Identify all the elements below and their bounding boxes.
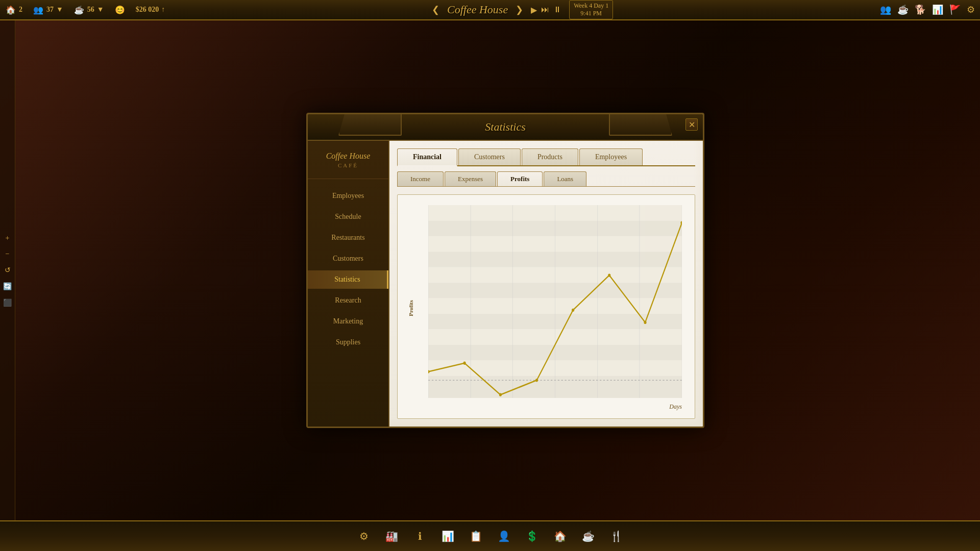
chart-svg-area: $100 $90 $80 $70 $60 $50 $40 $30 $20 $10 [428, 205, 682, 398]
right-content: Financial Customers Products Employees I… [389, 141, 703, 427]
tab-customers[interactable]: Customers [458, 148, 521, 165]
nav-schedule[interactable]: Schedule [308, 208, 388, 226]
sub-tab-profits[interactable]: Profits [497, 171, 543, 186]
tab-products[interactable]: Products [522, 148, 578, 165]
dialog-titlebar: Statistics ✕ [308, 114, 703, 141]
statistics-dialog: Statistics ✕ Coffee House CAFÉ Employees… [306, 113, 704, 428]
dialog-title: Statistics [485, 120, 525, 134]
tab-employees[interactable]: Employees [579, 148, 643, 165]
svg-point-42 [499, 393, 502, 396]
sub-tab-income[interactable]: Income [397, 171, 444, 186]
nav-research[interactable]: Research [308, 291, 388, 310]
nav-marketing[interactable]: Marketing [308, 312, 388, 331]
cafe-logo-name: Coffee House [313, 151, 383, 161]
main-tabs: Financial Customers Products Employees [397, 148, 695, 166]
tab-financial[interactable]: Financial [397, 148, 457, 166]
x-axis-label: Days [669, 403, 682, 411]
sub-tab-expenses[interactable]: Expenses [445, 171, 496, 186]
sub-tabs: Income Expenses Profits Loans [397, 171, 695, 187]
nav-customers[interactable]: Customers [308, 249, 388, 268]
dialog-close-button[interactable]: ✕ [685, 118, 698, 131]
dialog-overlay: Statistics ✕ Coffee House CAFÉ Employees… [0, 0, 980, 551]
chart-container: Profits [397, 194, 695, 419]
nav-statistics[interactable]: Statistics [308, 270, 388, 289]
svg-point-43 [535, 379, 538, 382]
nav-restaurants[interactable]: Restaurants [308, 229, 388, 247]
svg-point-45 [608, 273, 610, 277]
dialog-body: Coffee House CAFÉ Employees Schedule Res… [308, 141, 703, 427]
sub-tab-loans[interactable]: Loans [544, 171, 586, 186]
left-navigation: Coffee House CAFÉ Employees Schedule Res… [308, 141, 389, 427]
cafe-logo: Coffee House CAFÉ [308, 151, 388, 179]
svg-point-46 [644, 321, 646, 324]
y-axis-label: Profits [408, 300, 414, 316]
svg-point-41 [463, 362, 466, 365]
svg-point-44 [572, 309, 574, 312]
profit-chart-svg: $100 $90 $80 $70 $60 $50 $40 $30 $20 $10 [428, 205, 682, 398]
nav-employees[interactable]: Employees [308, 187, 388, 205]
cafe-logo-sub: CAFÉ [313, 162, 383, 168]
nav-supplies[interactable]: Supplies [308, 333, 388, 352]
chart-inner: Profits [405, 203, 687, 413]
